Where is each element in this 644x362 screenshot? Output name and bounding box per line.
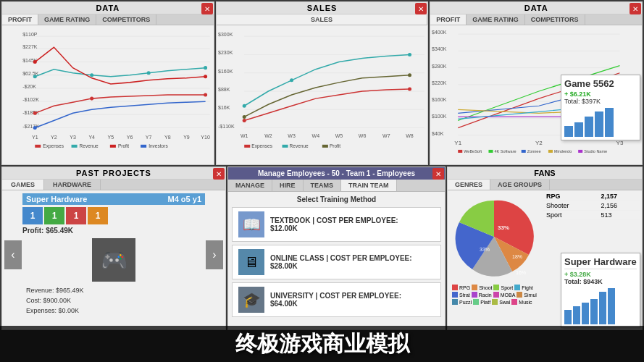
tab-game-rating-left[interactable]: Game Rating [38,14,96,25]
close-data-left-button[interactable]: ✕ [201,3,213,14]
legend-sport: Sport [493,285,513,290]
tab-genres[interactable]: Genres [448,180,490,190]
svg-rect-36 [35,145,41,148]
tab-teams[interactable]: Teams [304,180,342,191]
svg-text:Y8: Y8 [164,135,171,140]
tab-games[interactable]: Games [2,180,44,190]
svg-rect-100 [548,150,553,153]
mini-bar-3 [585,117,593,137]
svg-text:$160K: $160K [218,69,233,74]
tab-hire[interactable]: Hire [272,180,304,191]
legend-strat-color [452,292,458,298]
svg-text:W5: W5 [335,133,343,138]
tab-age-groups[interactable]: Age Groups [490,180,550,190]
game-profit: Profit: $65.49K [22,227,205,235]
svg-text:Expenses: Expenses [43,143,64,149]
game-5562-title: Game 5562 [564,78,637,89]
legend-racin-label: Racin [479,292,492,298]
bottom-title-text: 终极游戏商业模拟 [235,329,409,359]
svg-point-22 [204,66,207,70]
svg-point-19 [33,75,37,78]
tab-profit-right[interactable]: Profit [430,14,467,25]
legend-shoot: Shoot [472,285,492,290]
training-option-textbook[interactable]: 📖 Textbook | Cost Per Employee: $12.00K [232,207,441,242]
svg-rect-75 [322,145,328,148]
university-label-text: University | Cost Per Employee: [270,292,401,300]
sh-bar-3 [582,303,589,324]
close-manage-button[interactable]: ✕ [432,168,444,180]
bottom-title-bar: 终极游戏商业模拟 [0,326,644,362]
svg-text:W7: W7 [382,133,390,138]
tab-sales-main[interactable]: Sales [217,14,428,25]
tab-game-rating-right[interactable]: Game Rating [467,14,524,25]
super-hardware-card: Super Hardware + $3.28K Total: $943K [561,253,640,328]
tab-competitors-left[interactable]: Competitors [96,14,156,25]
legend-puzzl-color [452,299,458,305]
svg-point-60 [408,53,411,56]
nav-left-button[interactable]: ‹ [4,240,22,269]
training-option-online[interactable]: 🖥 Online Class | Cost Per Employee: $28.… [232,245,441,279]
tab-profit-left[interactable]: Profit [2,14,38,25]
svg-point-18 [204,93,207,97]
svg-text:Revenue: Revenue [289,143,308,148]
top-row: ✕ Data Profit Game Rating Competitors $1… [0,0,644,167]
university-icon: 🎓 [238,287,264,313]
svg-text:$100K: $100K [432,114,447,119]
svg-point-24 [204,75,207,78]
tab-hardware[interactable]: Hardware [44,180,101,190]
tab-train-team[interactable]: Train Team [341,180,397,191]
sh-bar-6 [608,288,615,324]
online-icon: 🖥 [238,249,264,275]
rating-2: 1 [44,207,64,224]
game-icon: 🎮 [92,238,135,282]
legend-fight-color [514,285,520,290]
game-title-bar: Super Hardware M4 o5 y1 [22,193,205,205]
svg-text:Y2: Y2 [51,135,57,140]
legend-platf-label: Platf [480,300,490,305]
game-card: Super Hardware M4 o5 y1 1 1 1 1 Profit: … [22,193,205,316]
legend-rpg-color [452,285,458,290]
svg-rect-94 [459,150,463,153]
sales-tabs: Sales [217,14,428,25]
legend-puzzl-label: Puzzl [459,300,472,305]
legend-simul: Simul [517,292,537,298]
training-option-university[interactable]: 🎓 University | Cost Per Employee: $64.00… [232,282,441,317]
legend-sport-label: Sport [501,285,513,290]
svg-text:$300K: $300K [218,32,233,37]
online-text: Online Class | Cost Per Employee: $28.00… [270,254,412,270]
svg-point-57 [408,87,411,90]
close-past-projects-button[interactable]: ✕ [213,168,225,180]
game-expenses: Expenses: $0.00K [22,306,205,316]
sh-bar-2 [573,306,580,324]
svg-text:$230K: $230K [218,50,233,55]
svg-text:W1: W1 [241,133,248,138]
svg-point-17 [90,97,93,101]
svg-text:W4: W4 [311,133,319,138]
svg-point-61 [242,115,246,119]
svg-point-59 [290,78,293,82]
manage-header: Manage Employees - 50 - Team 1 - Employe… [228,167,445,180]
svg-text:16%: 16% [516,270,526,275]
svg-point-56 [242,119,246,122]
close-sales-button[interactable]: ✕ [415,3,427,14]
fans-pie-container: 33% 33% 18% 16% RPG [448,190,542,321]
online-label-text: Online Class | Cost Per Employee: [270,254,412,262]
svg-rect-73 [282,145,288,148]
svg-text:$280K: $280K [432,64,447,69]
svg-text:WeBeSoft: WeBeSoft [464,149,482,153]
legend-swal: Swal [492,299,510,305]
close-data-right-button[interactable]: ✕ [630,3,641,14]
tab-manage[interactable]: Manage [228,180,272,191]
nav-right-button[interactable]: › [206,240,223,269]
svg-text:Profit: Profit [118,143,129,148]
super-hardware-stat2: Total: $943K [564,278,637,285]
training-section: Select Training Method 📖 Textbook | Cost… [228,192,445,324]
legend-swal-label: Swal [499,300,510,305]
legend-rpg-label: RPG [459,285,470,290]
svg-text:$220K: $220K [432,80,447,85]
fans-table: RPG 2,157 Shooter 2,156 Sport 513 [543,192,640,220]
tab-competitors-right[interactable]: Competitors [525,14,585,25]
mini-bar-2 [574,122,583,137]
svg-text:$340K: $340K [432,46,447,51]
game-5562-stat2: Total: $397K [564,98,637,105]
